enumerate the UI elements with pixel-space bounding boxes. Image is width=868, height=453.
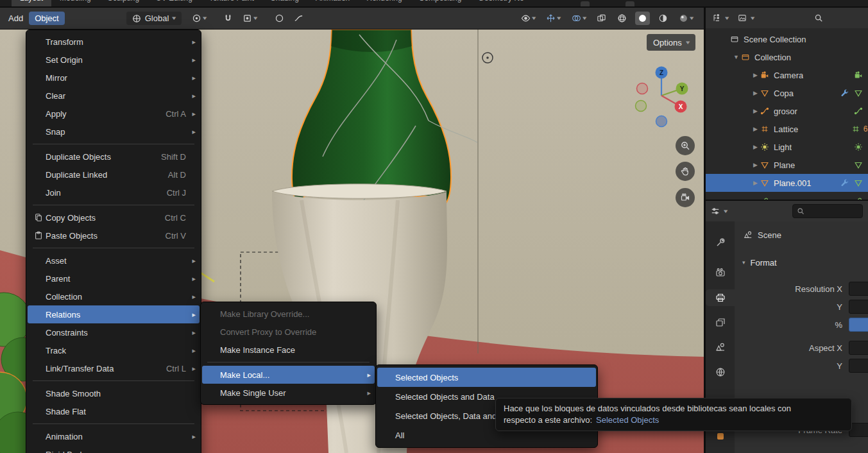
- curve-icon[interactable]: [854, 107, 863, 115]
- mesh-icon[interactable]: [854, 178, 863, 187]
- snap-to-button[interactable]: ▾: [240, 12, 260, 25]
- add-menu-button[interactable]: Add: [3, 12, 29, 25]
- camera-obj-icon[interactable]: [854, 71, 863, 80]
- outliner-row-light[interactable]: ▶Light: [706, 138, 868, 156]
- pan-button[interactable]: [676, 162, 695, 181]
- axis-minus-y[interactable]: [636, 101, 647, 112]
- sphere-material-button[interactable]: [656, 12, 670, 25]
- properties-search-input[interactable]: [792, 204, 863, 218]
- properties-tab-viewlayer[interactable]: [706, 314, 735, 331]
- value-field[interactable]: [849, 282, 868, 296]
- workspace-tab-compositing[interactable]: Compositing: [411, 0, 470, 6]
- sphere-solid-button[interactable]: [635, 12, 650, 25]
- value-field[interactable]: [849, 318, 868, 332]
- workspace-tab-rendering[interactable]: Rendering: [358, 0, 410, 6]
- menu-item-rigid-body[interactable]: Rigid Body▸: [26, 445, 201, 453]
- outliner-row-grosor[interactable]: ▶grosor: [706, 102, 868, 120]
- menu-item-constraints[interactable]: Constraints▸: [26, 323, 201, 341]
- mesh-icon[interactable]: [854, 160, 863, 169]
- menu-item-make-local[interactable]: Make Local...▸: [202, 366, 375, 384]
- menu-item-make-instance-face[interactable]: Make Instance Face: [201, 341, 376, 359]
- wrench-icon[interactable]: [840, 178, 849, 187]
- menu-item-apply[interactable]: ApplyCtrl A▸: [26, 105, 201, 123]
- outliner-row-plane[interactable]: ▶Plane: [706, 156, 868, 174]
- workspace-tab-layout[interactable]: Layout: [12, 0, 51, 6]
- disclosure-down-icon[interactable]: ▼: [731, 54, 741, 60]
- prop-circle-button[interactable]: [272, 12, 287, 25]
- search-icon[interactable]: [814, 13, 823, 22]
- disclosure-right-icon[interactable]: ▶: [751, 144, 760, 150]
- outliner-row-scene-collection[interactable]: Scene Collection: [706, 30, 868, 48]
- workspace-tab-sculpting[interactable]: Sculpting: [99, 0, 148, 6]
- sphere-rendered-button[interactable]: ▾: [676, 12, 696, 25]
- zoom-button[interactable]: [676, 136, 695, 155]
- disclosure-right-icon[interactable]: ▶: [751, 162, 760, 168]
- workspace-tab-modeling[interactable]: Modeling: [51, 0, 99, 6]
- sphere-wire-button[interactable]: [615, 12, 629, 25]
- lattice-icon[interactable]: [851, 124, 860, 133]
- workspace-tab-texture-paint[interactable]: Texture Paint: [201, 0, 262, 6]
- menu-item-join[interactable]: JoinCtrl J: [26, 184, 201, 201]
- menu-item-paste-objects[interactable]: Paste ObjectsCtrl V: [26, 226, 201, 244]
- disclosure-right-icon[interactable]: ▶: [751, 108, 760, 114]
- options-button[interactable]: Options ▾: [647, 34, 695, 51]
- outliner-row-copa[interactable]: ▶Copa: [706, 84, 868, 102]
- disclosure-right-icon[interactable]: ▶: [751, 180, 760, 186]
- outliner-row-camera[interactable]: ▶Camera: [706, 66, 868, 84]
- navigation-gizmo[interactable]: Z Y X: [627, 59, 697, 131]
- menu-item-selected-objects[interactable]: Selected Objects: [377, 368, 596, 387]
- menu-item-set-origin[interactable]: Set Origin▸: [26, 51, 201, 69]
- menu-item-asset[interactable]: Asset▸: [26, 252, 201, 269]
- menu-item-relations[interactable]: Relations▸: [28, 305, 200, 323]
- workspace-tab-shading[interactable]: Shading: [262, 0, 307, 6]
- value-field[interactable]: [849, 341, 868, 355]
- menu-item-make-single-user[interactable]: Make Single User▸: [201, 384, 376, 402]
- menu-item-parent[interactable]: Parent▸: [26, 269, 201, 287]
- menu-item-duplicate-linked[interactable]: Duplicate LinkedAlt D: [26, 166, 201, 184]
- menu-item-duplicate-objects[interactable]: Duplicate ObjectsShift D: [26, 148, 201, 166]
- axis-minus-z[interactable]: [656, 116, 667, 127]
- value-field[interactable]: [849, 300, 868, 314]
- menu-item-collection[interactable]: Collection▸: [26, 287, 201, 305]
- menu-item-link-transfer-data[interactable]: Link/Transfer DataCtrl L▸: [26, 359, 201, 377]
- light-icon[interactable]: [854, 142, 863, 151]
- overlays-button[interactable]: ▾: [569, 12, 589, 25]
- object-menu-button[interactable]: Object: [29, 12, 65, 25]
- axis-minus-x[interactable]: [637, 83, 648, 94]
- disclosure-right-icon[interactable]: ▶: [751, 90, 760, 96]
- topbar-scene-icon[interactable]: [581, 1, 590, 6]
- outliner-display-mode-dropdown[interactable]: ▾: [738, 13, 754, 22]
- menu-item-clear[interactable]: Clear▸: [26, 87, 201, 105]
- gizmo-arrows-button[interactable]: ▾: [543, 12, 563, 25]
- outliner-row-collection[interactable]: ▼Collection: [706, 48, 868, 66]
- falloff-button[interactable]: [291, 12, 306, 25]
- link-icon[interactable]: [854, 196, 863, 200]
- disclosure-right-icon[interactable]: ▶: [751, 126, 760, 132]
- pivot-button[interactable]: ▾: [189, 12, 209, 25]
- properties-tab-printer[interactable]: [706, 289, 735, 306]
- topbar-viewlayer-icon[interactable]: [625, 1, 634, 6]
- xray-button[interactable]: [594, 12, 609, 25]
- outliner-row-partial[interactable]: [706, 192, 868, 200]
- camera-view-button[interactable]: [676, 188, 695, 207]
- outliner-editor-type-dropdown[interactable]: ▾: [712, 13, 729, 22]
- properties-editor-type-dropdown[interactable]: ▾: [711, 207, 728, 216]
- mesh-icon[interactable]: [854, 89, 863, 98]
- menu-item-shade-flat[interactable]: Shade Flat: [26, 402, 201, 420]
- menu-item-transform[interactable]: Transform▸: [26, 33, 201, 51]
- properties-tab-world[interactable]: [706, 364, 735, 380]
- workspace-tab-geometry-no[interactable]: Geometry No: [470, 0, 532, 6]
- menu-item-track[interactable]: Track▸: [26, 341, 201, 359]
- format-section-header[interactable]: ▾ Format: [735, 253, 868, 271]
- menu-item-mirror[interactable]: Mirror▸: [26, 69, 201, 87]
- value-field[interactable]: [849, 359, 868, 373]
- outliner-row-lattice[interactable]: ▶Lattice62: [706, 120, 868, 138]
- menu-item-copy-objects[interactable]: Copy ObjectsCtrl C: [26, 209, 201, 226]
- properties-tab-scene[interactable]: [706, 339, 735, 355]
- wrench-icon[interactable]: [840, 89, 849, 98]
- menu-item-animation[interactable]: Animation▸: [26, 427, 201, 445]
- properties-tab-tool[interactable]: [706, 234, 735, 251]
- menu-item-shade-smooth[interactable]: Shade Smooth: [26, 384, 201, 402]
- outliner-row-plane-001[interactable]: ▶Plane.001: [706, 174, 868, 192]
- menu-item-snap[interactable]: Snap▸: [26, 123, 201, 141]
